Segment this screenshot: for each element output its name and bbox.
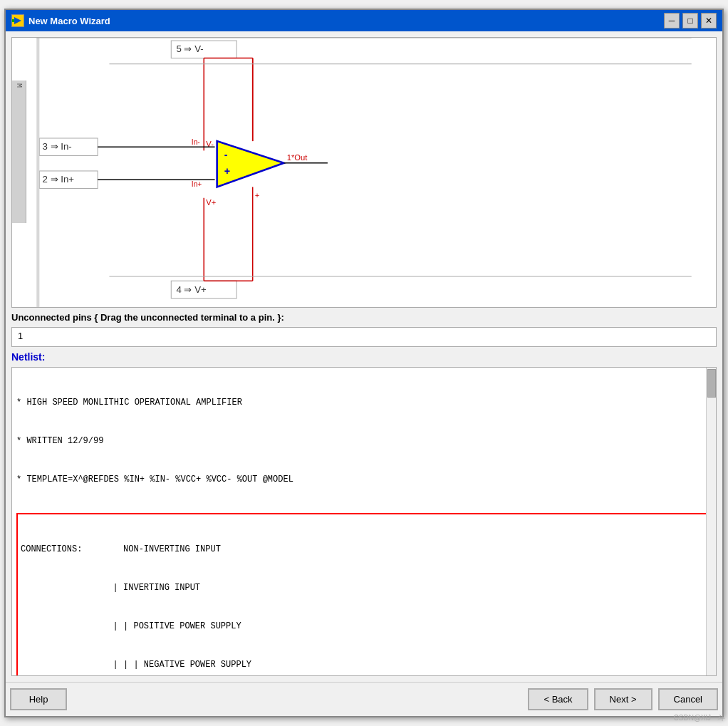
title-bar: New Macro Wizard ─ □ ✕ xyxy=(6,10,722,31)
sidebar-strip: M xyxy=(12,81,26,223)
unconnected-value: 1 xyxy=(18,331,23,341)
svg-text:1*Out: 1*Out xyxy=(287,153,308,162)
close-button[interactable]: ✕ xyxy=(701,13,717,28)
svg-text:In-: In- xyxy=(192,138,200,146)
netlist-line-1: * HIGH SPEED MONLITHIC OPERATIONAL AMPLI… xyxy=(16,396,712,409)
netlist-conn-4: | | | NEGATIVE POWER SUPPLY xyxy=(21,658,707,671)
svg-text:+: + xyxy=(255,191,260,199)
netlist-line-3: * TEMPLATE=X^@REFDES %IN+ %IN- %VCC+ %VC… xyxy=(16,473,712,486)
netlist-conn-1: CONNECTIONS: NON-INVERTING INPUT xyxy=(21,543,707,556)
next-button[interactable]: Next > xyxy=(594,688,652,710)
svg-text:5 ⇒ V-: 5 ⇒ V- xyxy=(176,43,203,54)
window-title: New Macro Wizard xyxy=(28,16,110,26)
title-controls: ─ □ ✕ xyxy=(664,13,717,28)
main-window: New Macro Wizard ─ □ ✕ 5 ⇒ V- V- xyxy=(4,9,724,717)
maximize-button[interactable]: □ xyxy=(682,13,698,28)
netlist-conn-2: | INVERTING INPUT xyxy=(21,581,707,594)
sidebar-label: M xyxy=(15,83,23,88)
svg-text:-: - xyxy=(224,149,228,160)
svg-text:+: + xyxy=(224,165,230,177)
main-content: 5 ⇒ V- V- 3 ⇒ In- In- 2 ⇒ In+ In+ xyxy=(6,31,722,682)
svg-text:3 ⇒ In-: 3 ⇒ In- xyxy=(42,141,71,152)
nav-buttons: < Back Next > Cancel xyxy=(528,688,718,710)
netlist-area[interactable]: * HIGH SPEED MONLITHIC OPERATIONAL AMPLI… xyxy=(11,367,717,676)
netlist-section-label: Netlist: xyxy=(11,351,717,363)
netlist-scrollbar-thumb[interactable] xyxy=(707,369,716,398)
watermark: CSDN@XlJ一斗 xyxy=(674,713,725,723)
netlist-scrollbar[interactable] xyxy=(706,368,716,675)
netlist-highlighted-block: CONNECTIONS: NON-INVERTING INPUT | INVER… xyxy=(16,513,712,676)
svg-text:In+: In+ xyxy=(192,180,202,188)
schematic-svg: 5 ⇒ V- V- 3 ⇒ In- In- 2 ⇒ In+ In+ xyxy=(12,38,716,307)
netlist-content: * HIGH SPEED MONLITHIC OPERATIONAL AMPLI… xyxy=(16,370,712,676)
minimize-button[interactable]: ─ xyxy=(664,13,680,28)
svg-text:2 ⇒ In+: 2 ⇒ In+ xyxy=(42,174,74,185)
help-button[interactable]: Help xyxy=(10,688,67,710)
back-button[interactable]: < Back xyxy=(528,688,588,710)
unconnected-box: 1 xyxy=(11,327,717,347)
wizard-icon xyxy=(11,14,24,27)
bottom-bar: Help < Back Next > Cancel xyxy=(6,682,722,716)
netlist-line-2: * WRITTEN 12/9/99 xyxy=(16,435,712,447)
schematic-area: 5 ⇒ V- V- 3 ⇒ In- In- 2 ⇒ In+ In+ xyxy=(11,37,717,308)
svg-rect-3 xyxy=(36,38,691,307)
svg-text:4 ⇒ V+: 4 ⇒ V+ xyxy=(176,284,207,295)
svg-text:V+: V+ xyxy=(206,198,216,207)
svg-rect-2 xyxy=(12,19,14,22)
cancel-button[interactable]: Cancel xyxy=(658,688,718,710)
title-bar-left: New Macro Wizard xyxy=(11,14,110,27)
svg-rect-31 xyxy=(36,38,39,307)
unconnected-section-label: Unconnected pins { Drag the unconnected … xyxy=(11,312,717,323)
netlist-conn-3: | | POSITIVE POWER SUPPLY xyxy=(21,620,707,633)
